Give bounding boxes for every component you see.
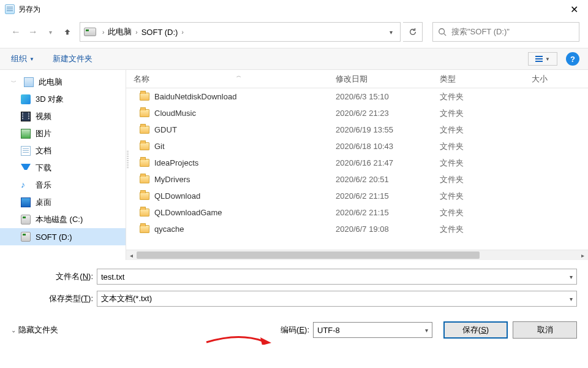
table-row[interactable]: CloudMusic2020/6/2 21:23文件夹 <box>126 105 588 121</box>
nav-back-button[interactable]: ← <box>9 25 23 39</box>
window-title: 另存为 <box>18 4 40 15</box>
splitter[interactable] <box>126 70 129 250</box>
table-row[interactable]: qycache2020/6/7 19:08文件夹 <box>126 221 588 237</box>
filename-label: 文件名(N): <box>11 271 97 282</box>
file-pane: 名称 ︿ 修改日期 类型 大小 BaiduNetdiskDownload2020… <box>126 70 588 260</box>
download-icon <box>21 164 31 174</box>
sidebar-item-drive-d[interactable]: SOFT (D:) <box>0 228 126 245</box>
refresh-button[interactable] <box>403 22 423 42</box>
drive-icon <box>21 232 31 242</box>
sidebar: ﹀ 此电脑 3D 对象 视频 图片 文档 下载 ♪音乐 桌面 本地磁盘 (C:)… <box>0 70 126 260</box>
table-row[interactable]: GDUT2020/6/19 13:55文件夹 <box>126 121 588 138</box>
sidebar-item-3d[interactable]: 3D 对象 <box>0 91 126 108</box>
filename-input[interactable]: test.txt ▾ <box>97 269 577 285</box>
table-row[interactable]: QLDownload2020/6/2 21:15文件夹 <box>126 188 588 204</box>
folder-icon <box>140 109 149 117</box>
search-input[interactable]: 搜索"SOFT (D:)" <box>432 22 579 42</box>
chevron-down-icon: ﹀ <box>11 79 17 86</box>
filetype-label: 保存类型(T): <box>11 293 97 304</box>
nav-row: ← → ▾ › 此电脑 › SOFT (D:) › ▾ 搜索"SOFT (D:)… <box>0 18 588 48</box>
encoding-label: 编码(E): <box>281 324 309 335</box>
table-row[interactable]: QLDownloadGame2020/6/2 21:15文件夹 <box>126 204 588 221</box>
nav-up-button[interactable] <box>60 25 75 39</box>
scroll-left-icon[interactable]: ◂ <box>126 250 137 260</box>
sidebar-item-desktop[interactable]: 桌面 <box>0 194 126 211</box>
col-name[interactable]: 名称 ︿ <box>126 74 328 85</box>
sidebar-item-music[interactable]: ♪音乐 <box>0 177 126 194</box>
drive-icon <box>21 215 31 224</box>
encoding-select[interactable]: UTF-8 ▾ <box>313 322 432 338</box>
folder-icon <box>140 126 149 134</box>
picture-icon <box>21 129 31 139</box>
chevron-down-icon[interactable]: ▾ <box>570 296 573 302</box>
table-row[interactable]: MyDrivers2020/6/2 20:51文件夹 <box>126 171 588 188</box>
save-button[interactable]: 保存(S) <box>443 321 508 339</box>
new-folder-button[interactable]: 新建文件夹 <box>50 51 95 67</box>
nav-forward-button[interactable]: → <box>26 25 40 39</box>
chevron-right-icon: › <box>100 29 107 36</box>
breadcrumb-drive[interactable]: SOFT (D:) <box>140 28 179 37</box>
folder-icon <box>140 159 149 167</box>
titlebar: 另存为 ✕ <box>0 0 588 18</box>
save-form: 文件名(N): test.txt ▾ 保存类型(T): 文本文档(*.txt) … <box>0 260 588 315</box>
close-button[interactable]: ✕ <box>565 2 583 17</box>
chevron-right-icon: › <box>179 29 186 36</box>
scroll-right-icon[interactable]: ▸ <box>578 250 588 260</box>
column-headers: 名称 ︿ 修改日期 类型 大小 <box>126 70 588 88</box>
svg-point-0 <box>439 29 445 34</box>
folder-icon <box>140 142 149 150</box>
sidebar-item-drive-c[interactable]: 本地磁盘 (C:) <box>0 211 126 228</box>
cancel-button[interactable]: 取消 <box>513 321 577 339</box>
app-icon <box>5 4 15 14</box>
sidebar-item-downloads[interactable]: 下载 <box>0 159 126 177</box>
pc-icon <box>24 77 34 87</box>
desktop-icon <box>21 197 31 207</box>
breadcrumb-pc[interactable]: 此电脑 <box>107 26 133 37</box>
folder-icon <box>140 225 149 233</box>
folder-icon <box>140 93 149 101</box>
search-icon <box>438 28 447 36</box>
hide-folders-toggle[interactable]: ⌄ 隐藏文件夹 <box>11 324 58 335</box>
chevron-down-icon[interactable]: ▾ <box>425 327 428 334</box>
document-icon <box>21 146 31 156</box>
col-size[interactable]: 大小 <box>524 74 588 85</box>
table-row[interactable]: IdeaProjects2020/6/16 21:47文件夹 <box>126 155 588 171</box>
sidebar-this-pc[interactable]: ﹀ 此电脑 <box>0 74 126 91</box>
folder-icon <box>140 175 149 183</box>
sidebar-item-videos[interactable]: 视频 <box>0 108 126 125</box>
view-mode-button[interactable]: ▼ <box>528 52 557 66</box>
address-bar[interactable]: › 此电脑 › SOFT (D:) › ▾ <box>80 22 401 42</box>
scrollbar-thumb[interactable] <box>137 251 480 259</box>
file-list: BaiduNetdiskDownload2020/6/3 15:10文件夹Clo… <box>126 88 588 250</box>
music-icon: ♪ <box>21 180 31 190</box>
col-type[interactable]: 类型 <box>432 74 524 85</box>
filetype-select[interactable]: 文本文档(*.txt) ▾ <box>97 291 577 307</box>
sidebar-item-documents[interactable]: 文档 <box>0 142 126 159</box>
search-placeholder: 搜索"SOFT (D:)" <box>451 26 510 37</box>
address-dropdown[interactable]: ▾ <box>385 29 398 36</box>
sort-indicator-icon: ︿ <box>236 72 241 83</box>
table-row[interactable]: Git2020/6/18 10:43文件夹 <box>126 138 588 155</box>
main-area: ﹀ 此电脑 3D 对象 视频 图片 文档 下载 ♪音乐 桌面 本地磁盘 (C:)… <box>0 70 588 260</box>
folder-icon <box>140 192 149 200</box>
drive-icon <box>84 28 96 36</box>
video-icon <box>21 112 31 121</box>
sidebar-item-pictures[interactable]: 图片 <box>0 125 126 142</box>
3d-icon <box>21 94 31 104</box>
chevron-right-icon: › <box>133 29 140 36</box>
chevron-down-icon[interactable]: ▾ <box>570 274 573 280</box>
toolbar: 组织▼ 新建文件夹 ▼ ? <box>0 48 588 70</box>
folder-icon <box>140 209 149 217</box>
chevron-down-icon: ⌄ <box>11 327 16 334</box>
col-date[interactable]: 修改日期 <box>328 74 432 85</box>
organize-button[interactable]: 组织▼ <box>9 51 37 67</box>
help-button[interactable]: ? <box>566 52 579 66</box>
nav-recent-dropdown[interactable]: ▾ <box>43 25 58 39</box>
footer: ⌄ 隐藏文件夹 编码(E): UTF-8 ▾ 保存(S) 取消 <box>0 315 588 348</box>
horizontal-scrollbar[interactable]: ◂ ▸ <box>126 250 588 260</box>
table-row[interactable]: BaiduNetdiskDownload2020/6/3 15:10文件夹 <box>126 88 588 105</box>
